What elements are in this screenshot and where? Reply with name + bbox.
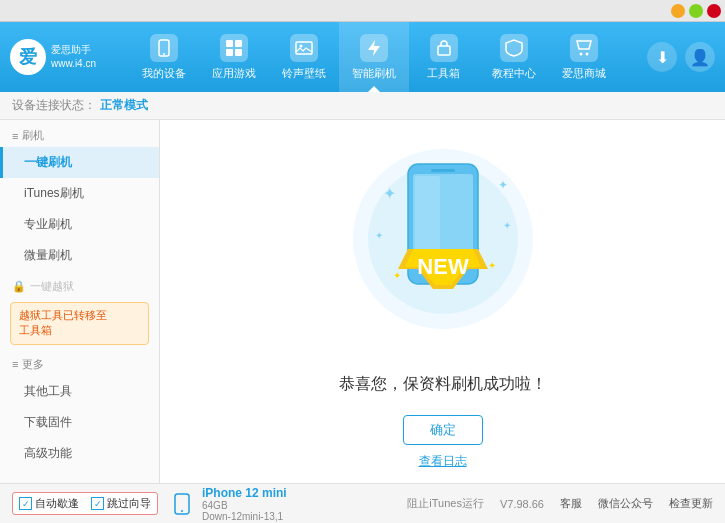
sidebar-section-jailbreak: 🔒 一键越狱 [0, 271, 159, 298]
lock-icon: 🔒 [12, 280, 26, 293]
nav-apps-icon [220, 34, 248, 62]
device-details: iPhone 12 mini 64GB Down-12mini-13,1 [202, 486, 287, 522]
device-model: Down-12mini-13,1 [202, 511, 287, 522]
bottom-left: 自动歇逢 跳过向导 iPhone 12 mini 64GB Down-12min… [12, 486, 287, 522]
check-update-link[interactable]: 检查更新 [669, 496, 713, 511]
sidebar-item-micro-flash[interactable]: 微量刷机 [0, 240, 159, 271]
status-value: 正常模式 [100, 97, 148, 114]
skip-wizard-label: 跳过向导 [107, 496, 151, 511]
nav-items: 我的设备 应用游戏 铃声壁纸 智能刷机 [100, 22, 647, 92]
svg-point-28 [181, 510, 183, 512]
svg-text:✦: ✦ [503, 220, 511, 231]
svg-rect-8 [438, 46, 450, 55]
device-name: iPhone 12 mini [202, 486, 287, 500]
svg-rect-4 [226, 49, 233, 56]
sidebar: ≡ 刷机 一键刷机 iTunes刷机 专业刷机 微量刷机 🔒 一键越狱 越狱工具… [0, 120, 160, 483]
sidebar-item-itunes-flash[interactable]: iTunes刷机 [0, 178, 159, 209]
nav-tutorial[interactable]: 教程中心 [479, 22, 549, 92]
confirm-button[interactable]: 确定 [403, 415, 483, 445]
main-area: ≡ 刷机 一键刷机 iTunes刷机 专业刷机 微量刷机 🔒 一键越狱 越狱工具… [0, 120, 725, 483]
svg-text:✦: ✦ [375, 230, 383, 241]
maximize-button[interactable] [689, 4, 703, 18]
wechat-link[interactable]: 微信公众号 [598, 496, 653, 511]
sidebar-item-other-tools[interactable]: 其他工具 [0, 376, 159, 407]
nav-store-icon [570, 34, 598, 62]
center-content: NEW ✦ ✦ ✦ ✦ ✦ ✦ 恭喜您，保资料刷机成功啦！ 确定 查看日志 [160, 120, 725, 483]
nav-apps[interactable]: 应用游戏 [199, 22, 269, 92]
nav-store[interactable]: 爱思商城 [549, 22, 619, 92]
app-container: 爱 爱思助手 www.i4.cn 我的设备 应用游戏 [0, 22, 725, 523]
auto-close-checkbox-item[interactable]: 自动歇逢 [19, 496, 79, 511]
minimize-button[interactable] [671, 4, 685, 18]
sidebar-item-advanced[interactable]: 高级功能 [0, 438, 159, 469]
svg-point-1 [163, 53, 165, 55]
sidebar-section-flash: ≡ 刷机 [0, 120, 159, 147]
svg-rect-3 [235, 40, 242, 47]
skip-wizard-checkbox[interactable] [91, 497, 104, 510]
sidebar-item-one-click-flash[interactable]: 一键刷机 [0, 147, 159, 178]
auto-close-checkbox[interactable] [19, 497, 32, 510]
section-flash-icon: ≡ [12, 130, 18, 142]
svg-text:✦: ✦ [488, 260, 496, 271]
svg-rect-6 [296, 42, 312, 54]
svg-text:✦: ✦ [383, 185, 396, 202]
svg-point-7 [299, 44, 302, 47]
device-info: iPhone 12 mini 64GB Down-12mini-13,1 [174, 486, 287, 522]
nav-smart-flash[interactable]: 智能刷机 [339, 22, 409, 92]
nav-toolbox-icon [430, 34, 458, 62]
skip-wizard-checkbox-item[interactable]: 跳过向导 [91, 496, 151, 511]
download-button[interactable]: ⬇ [647, 42, 677, 72]
success-text: 恭喜您，保资料刷机成功啦！ [339, 374, 547, 395]
nav-wallpaper-icon [290, 34, 318, 62]
svg-rect-17 [431, 169, 455, 172]
svg-rect-5 [235, 49, 242, 56]
svg-point-9 [579, 52, 582, 55]
device-storage: 64GB [202, 500, 287, 511]
checkbox-group: 自动歇逢 跳过向导 [12, 492, 158, 515]
logo-text: 爱思助手 www.i4.cn [51, 43, 96, 71]
user-button[interactable]: 👤 [685, 42, 715, 72]
success-illustration: NEW ✦ ✦ ✦ ✦ ✦ ✦ [343, 134, 543, 364]
status-label: 设备连接状态： [12, 97, 96, 114]
sidebar-item-pro-flash[interactable]: 专业刷机 [0, 209, 159, 240]
auto-close-label: 自动歇逢 [35, 496, 79, 511]
success-svg: NEW ✦ ✦ ✦ ✦ ✦ ✦ [343, 139, 543, 359]
sidebar-warning: 越狱工具已转移至 工具箱 [10, 302, 149, 345]
section-more-icon: ≡ [12, 358, 18, 370]
nav-toolbox[interactable]: 工具箱 [409, 22, 479, 92]
svg-text:✦: ✦ [393, 270, 401, 281]
nav-wallpaper[interactable]: 铃声壁纸 [269, 22, 339, 92]
top-nav: 爱 爱思助手 www.i4.cn 我的设备 应用游戏 [0, 22, 725, 92]
sidebar-section-more: ≡ 更多 [0, 349, 159, 376]
jailbreak-label: 一键越狱 [30, 279, 74, 294]
nav-flash-icon [360, 34, 388, 62]
customer-service-link[interactable]: 客服 [560, 496, 582, 511]
sidebar-item-download-firmware[interactable]: 下载固件 [0, 407, 159, 438]
nav-tutorial-icon [500, 34, 528, 62]
logo-area: 爱 爱思助手 www.i4.cn [10, 39, 100, 75]
logo-icon: 爱 [10, 39, 46, 75]
stop-itunes[interactable]: 阻止iTunes运行 [407, 496, 484, 511]
svg-rect-2 [226, 40, 233, 47]
bottom-bar: 自动歇逢 跳过向导 iPhone 12 mini 64GB Down-12min… [0, 483, 725, 523]
svg-text:✦: ✦ [498, 178, 508, 192]
version-label: V7.98.66 [500, 498, 544, 510]
diary-link[interactable]: 查看日志 [419, 453, 467, 470]
nav-my-device[interactable]: 我的设备 [129, 22, 199, 92]
phone-icon [174, 493, 190, 515]
nav-right-buttons: ⬇ 👤 [647, 42, 715, 72]
nav-device-icon [150, 34, 178, 62]
bottom-right: 阻止iTunes运行 V7.98.66 客服 微信公众号 检查更新 [407, 496, 713, 511]
svg-text:NEW: NEW [417, 254, 469, 279]
close-button[interactable] [707, 4, 721, 18]
svg-point-10 [585, 52, 588, 55]
title-bar [0, 0, 725, 22]
action-buttons: 确定 查看日志 [403, 415, 483, 470]
status-bar: 设备连接状态： 正常模式 [0, 92, 725, 120]
